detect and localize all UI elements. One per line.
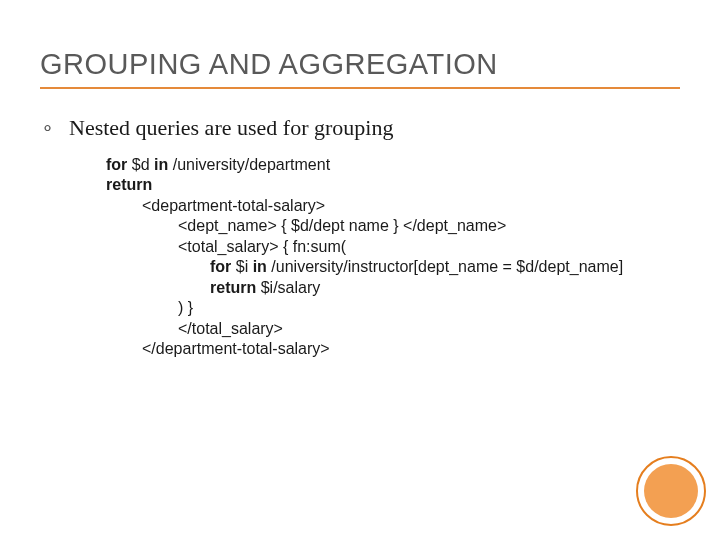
slide: GROUPING AND AGGREGATION ⚬ Nested querie… — [0, 0, 720, 540]
code-line-6: for $i in /university/instructor[dept_na… — [106, 257, 680, 277]
kw-return: return — [210, 279, 256, 296]
kw-for: for — [210, 258, 231, 275]
bullet-icon: ⚬ — [40, 115, 55, 141]
title-row: GROUPING AND AGGREGATION — [0, 0, 720, 81]
code-text: $i — [231, 258, 252, 275]
code-line-1: for $d in /university/department — [106, 156, 330, 173]
bullet-row: ⚬ Nested queries are used for grouping — [40, 115, 680, 141]
kw-return: return — [106, 176, 152, 193]
code-line-10: </department-total-salary> — [106, 339, 680, 359]
code-text: /university/department — [168, 156, 330, 173]
corner-accent-icon — [636, 456, 706, 526]
bullet-text: Nested queries are used for grouping — [69, 115, 393, 141]
code-line-7: return $i/salary — [106, 278, 680, 298]
kw-in: in — [154, 156, 168, 173]
code-line-5: <total_salary> { fn:sum( — [106, 237, 680, 257]
code-text: $i/salary — [256, 279, 320, 296]
code-text: $d — [127, 156, 154, 173]
code-line-8: ) } — [106, 298, 680, 318]
kw-in: in — [253, 258, 267, 275]
code-line-9: </total_salary> — [106, 319, 680, 339]
code-block: for $d in /university/department return … — [106, 155, 680, 360]
code-line-4: <dept_name> { $d/dept name } </dept_name… — [106, 216, 680, 236]
code-text: /university/instructor[dept_name = $d/de… — [267, 258, 623, 275]
slide-title: GROUPING AND AGGREGATION — [40, 48, 498, 81]
code-line-3: <department-total-salary> — [106, 196, 680, 216]
kw-for: for — [106, 156, 127, 173]
slide-body: ⚬ Nested queries are used for grouping f… — [0, 89, 720, 360]
accent-disc — [644, 464, 698, 518]
